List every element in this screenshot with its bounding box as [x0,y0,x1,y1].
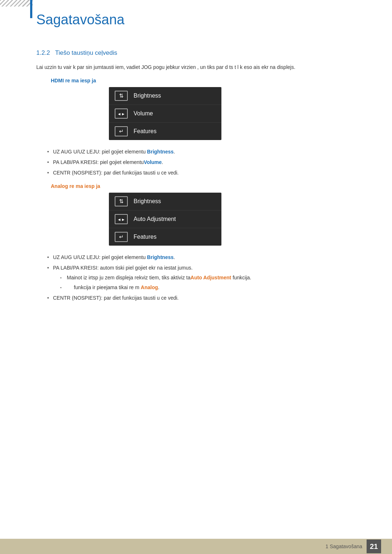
analog-highlight: Analog re ma iesp ja [51,183,100,189]
page-title: Sagatavošana [36,10,363,28]
page-footer: 1 Sagatavošana 21 [0,539,392,554]
hdmi-bullet-3: CENTR (NOSPIEST): par diet funkcijas tau… [47,169,363,177]
section-heading: 1.2.2 Tiešo taustiņu ceļvedis [36,49,363,57]
hdmi-menu-item-1: Brightness [109,87,221,105]
analog-bullet-3: CENTR (NOSPIEST): par diet funkcijas tau… [47,294,363,302]
analog-bullet-1-after: . [173,254,175,260]
hdmi-menu-box: Brightness Volume Features [109,87,221,140]
hdmi-bullet-2: PA LABI/PA KREISI: piel gojiet elementuV… [47,159,363,166]
hdmi-item-features: Features [134,128,156,135]
analog-bullet-list: UZ AUG U/UZ LEJU: piel gojiet elementu B… [47,254,363,302]
section-number: 1.2.2 [36,49,50,56]
analog-menu-item-2: Auto Adjustment [109,210,221,228]
hdmi-bullet-1: UZ AUG U/UZ LEJU: piel gojiet elementu B… [47,148,363,156]
left-accent-bar [30,0,32,18]
analog-bullet-3-text: CENTR (NOSPIEST): par diet funkcijas tau… [53,295,179,301]
hdmi-highlight: HDMI re ma iesp ja [51,78,96,83]
analog-sub-bullet-2: funkcija ir pieejama tikai re m Analog. [60,284,363,291]
hdmi-bullet-2-highlight: Volume [144,159,162,165]
analog-sub-2-after: . [158,284,159,290]
hdmi-item-volume: Volume [134,110,153,117]
analog-leftright-icon [115,214,128,224]
analog-bullet-1-highlight: Brightness [147,254,173,260]
leftright-icon [115,108,128,119]
analog-menu-box: Brightness Auto Adjustment Features [109,193,221,246]
analog-enter-icon [115,232,128,242]
updown-icon [115,91,128,101]
intro-text: Lai uzzin tu vair k par sin jumtausti ie… [36,63,363,71]
analog-sub-2-before: funkcija ir pieejama tikai re m [67,284,141,290]
analog-sub-1-after: funkcija. [231,275,251,280]
analog-bullet-1-before: UZ AUG U/UZ LEJU: piel gojiet elementu [53,254,147,260]
top-stripe-decoration [0,0,33,7]
hdmi-bullet-3-text: CENTR (NOSPIEST): par diet funkcijas tau… [53,170,179,176]
footer-page-number: 21 [367,539,381,553]
hdmi-bullet-list: UZ AUG U/UZ LEJU: piel gojiet elementu B… [47,148,363,177]
hdmi-label: HDMI re ma iesp ja [51,78,363,83]
enter-icon [115,126,128,136]
hdmi-menu-item-2: Volume [109,105,221,123]
analog-bullet-2: PA LABI/PA KREISI: autom tiski piel goji… [47,264,363,291]
section-title: Tiešo taustiņu ceļvedis [55,49,117,56]
analog-item-brightness: Brightness [134,198,161,205]
analog-sub-2-highlight: Analog [141,284,158,290]
hdmi-bullet-1-before: UZ AUG U/UZ LEJU: piel gojiet elementu [53,149,147,155]
analog-item-features: Features [134,234,156,240]
hdmi-bullet-2-after: . [162,159,163,165]
analog-bullet-1: UZ AUG U/UZ LEJU: piel gojiet elementu B… [47,254,363,261]
analog-item-autoadj: Auto Adjustment [134,216,176,222]
hdmi-bullet-2-before: PA LABI/PA KREISI: piel gojiet elementu [53,159,144,165]
analog-sub-bullet-1: Mainot iz irtsp ju zem displeja rekviz t… [60,274,363,282]
analog-updown-icon [115,196,128,206]
analog-bullet-2-text: PA LABI/PA KREISI: autom tiski piel goji… [53,265,193,271]
analog-sub-1-highlight: Auto Adjustment [191,275,231,280]
footer-text: 1 Sagatavošana [326,543,362,549]
analog-sub-bullet-list: Mainot iz irtsp ju zem displeja rekviz t… [60,274,363,291]
analog-label: Analog re ma iesp ja [51,183,363,189]
analog-sub-1-before: Mainot iz irtsp ju zem displeja rekviz t… [67,275,191,280]
analog-menu-item-1: Brightness [109,193,221,210]
analog-menu-item-3: Features [109,228,221,246]
main-content: Sagatavošana 1.2.2 Tiešo taustiņu ceļved… [0,0,392,330]
hdmi-bullet-1-after: . [173,149,175,155]
hdmi-menu-item-3: Features [109,123,221,140]
hdmi-item-brightness: Brightness [134,93,161,99]
hdmi-bullet-1-highlight: Brightness [147,149,173,155]
